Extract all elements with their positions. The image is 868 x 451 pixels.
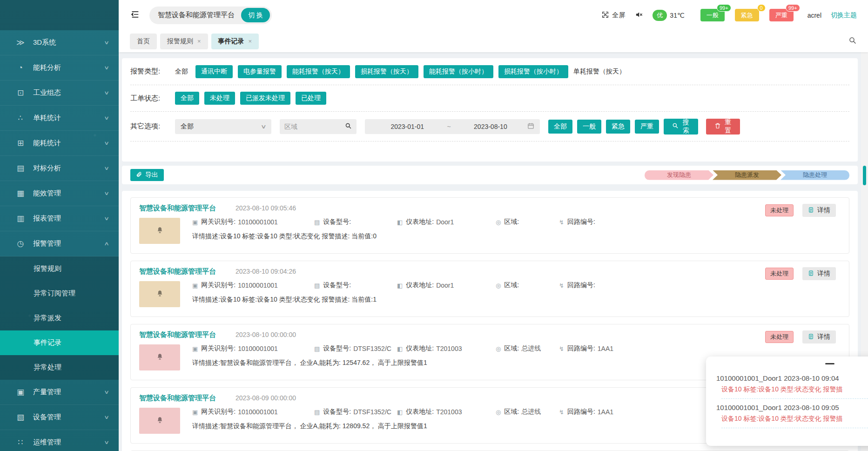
close-icon[interactable]: × (249, 38, 252, 45)
field-region: ◎区域:总进线 (496, 344, 559, 353)
region-input[interactable] (284, 123, 345, 130)
event-card: 智慧设备和能源管理平台 2023-08-10 09:05:46 ▣网关识别号:1… (130, 197, 849, 254)
status-dispatched-button[interactable]: 已派发未处理 (240, 92, 290, 105)
sidebar-subitem-exception-dispatch[interactable]: 异常派发 (0, 306, 119, 330)
date-start[interactable]: 2023-01-01 (370, 123, 444, 130)
sidebar-item-energy-analysis[interactable]: ◔ 能耗分析 ∨ (0, 55, 119, 81)
level-urgent-button[interactable]: 紧急 (606, 120, 630, 134)
date-end[interactable]: 2023-08-10 (454, 123, 527, 130)
sidebar-item-label: 报表管理 (33, 214, 61, 223)
notification-description: 设备10 标签:设备10 类型:状态变化 报警描 (716, 415, 868, 423)
tab-event-records[interactable]: 事件记录 × (211, 34, 259, 49)
alarm-type-unit-daily[interactable]: 单耗报警（按天） (573, 67, 626, 76)
minimize-button[interactable] (825, 363, 834, 364)
status-unhandled-button[interactable]: 未处理 (204, 92, 235, 105)
event-title[interactable]: 智慧设备和能源管理平台 (139, 204, 216, 213)
status-handled-button[interactable]: 已处理 (296, 92, 326, 105)
search-icon[interactable] (345, 122, 352, 131)
sidebar-item-benchmark-analysis[interactable]: ▤ 对标分析 ∨ (0, 156, 119, 181)
notification-title[interactable]: 10100001001_Door1 2023-08-10 09:05 (716, 404, 868, 411)
event-card: 智慧设备和能源管理平台 2023-08-10 09:04:26 ▣网关识别号:1… (130, 261, 849, 317)
tab-home[interactable]: 首页 (130, 34, 157, 49)
urgent-alarm-button[interactable]: 紧急 (735, 9, 759, 21)
meter-icon: ◧ (397, 345, 403, 352)
chevron-down-icon: ∨ (104, 389, 109, 395)
sidebar-item-energy-statistics[interactable]: ⊞ 能耗统计 ∨ (0, 131, 119, 156)
export-button[interactable]: 导出 (130, 169, 164, 181)
search-button[interactable]: 搜索 (664, 119, 698, 135)
level-general-button[interactable]: 一般 (577, 120, 601, 134)
collapse-sidebar-button[interactable] (130, 10, 140, 20)
filter-panel: 报警类型: 全部 通讯中断 电参量报警 能耗报警（按天） 损耗报警（按天） 能耗… (122, 58, 858, 162)
tab-search-button[interactable] (848, 36, 857, 47)
tab-alarm-rules[interactable]: 报警规则 × (160, 34, 208, 49)
status-badge: 未处理 (765, 268, 794, 280)
chevron-down-icon: ∨ (104, 40, 109, 46)
sidebar-item-report-management[interactable]: ▥ 报表管理 ∨ (0, 206, 119, 231)
scope-select[interactable]: 全部 ∨ (175, 119, 271, 134)
detail-button[interactable]: 详情 (802, 330, 836, 343)
level-severe-button[interactable]: 严重 (635, 120, 659, 134)
field-meter-address: ◧仪表地址:T201003 (397, 408, 496, 416)
search-icon (848, 36, 857, 47)
chevron-down-icon: ∨ (104, 90, 109, 96)
hamburger-icon (130, 10, 140, 20)
chevron-down-icon: ∨ (104, 115, 109, 121)
circuit-icon: ↯ (559, 219, 564, 226)
weather-widget: 优 31℃ (653, 10, 684, 21)
tab-label: 报警规则 (167, 37, 193, 46)
alarm-type-energy-daily[interactable]: 能耗报警（按天） (287, 65, 350, 78)
location-icon: ◎ (496, 409, 501, 416)
layers-icon: ▤ (15, 163, 26, 173)
alarm-type-loss-daily[interactable]: 损耗报警（按天） (355, 65, 418, 78)
meter-icon: ⊞ (15, 138, 26, 148)
theme-switch-link[interactable]: 切换主题 (831, 11, 857, 20)
alarm-type-energy-hourly[interactable]: 能耗报警（按小时） (424, 65, 493, 78)
sidebar-nav: ≫ 3D系统 ∨ ◔ 能耗分析 ∨ ⊡ 工业组态 ∨ ∴ 单耗统计 ∨ ⊞ 能耗… (0, 30, 119, 451)
field-region: ◎区域:总进线 (496, 408, 559, 416)
tab-label: 首页 (137, 37, 150, 46)
level-all-button[interactable]: 全部 (548, 120, 572, 134)
reset-button[interactable]: 重置 (706, 119, 740, 135)
notification-item: 10100001001_Door1 2023-08-10 09:04 设备10 … (716, 374, 868, 404)
scrollbar-thumb[interactable] (863, 166, 866, 185)
field-device-model: ▤设备型号: (314, 281, 397, 289)
event-title[interactable]: 智慧设备和能源管理平台 (139, 330, 216, 339)
location-icon: ◎ (496, 282, 501, 289)
fullscreen-label: 全屏 (612, 11, 625, 20)
top-header: 智慧设备和能源管理平台 切 换 全屏 优 31℃ 一般 99+ 紧急 0 (119, 0, 868, 30)
alarm-type-comm-interrupt[interactable]: 通讯中断 (195, 65, 233, 78)
status-all-button[interactable]: 全部 (175, 92, 199, 105)
sidebar-item-industrial-hmi[interactable]: ⊡ 工业组态 ∨ (0, 81, 119, 106)
fullscreen-button[interactable]: 全屏 (601, 11, 625, 20)
alarm-type-all[interactable]: 全部 (175, 67, 188, 76)
sidebar-item-alarm-management[interactable]: ◷ 报警管理 ∧ (0, 231, 119, 256)
close-icon[interactable]: × (197, 38, 201, 45)
notification-title[interactable]: 10100001001_Door1 2023-08-10 09:04 (716, 374, 868, 382)
detail-button[interactable]: 详情 (802, 204, 836, 217)
sidebar-subitem-exception-handling[interactable]: 异常处理 (0, 355, 119, 380)
switch-platform-button[interactable]: 切 换 (241, 8, 270, 22)
event-title[interactable]: 智慧设备和能源管理平台 (139, 394, 216, 403)
sidebar-item-ops-management[interactable]: ∷ 运维管理 ∨ (0, 430, 119, 451)
event-title[interactable]: 智慧设备和能源管理平台 (139, 267, 216, 276)
mute-button[interactable] (634, 11, 643, 20)
detail-button[interactable]: 详情 (802, 267, 836, 280)
calendar-icon (527, 122, 534, 131)
temperature: 31℃ (670, 12, 684, 19)
sidebar-subitem-event-records[interactable]: 事件记录 (0, 330, 119, 355)
alarm-type-electric-param[interactable]: 电参量报警 (238, 65, 282, 78)
sidebar-item-3d-system[interactable]: ≫ 3D系统 ∨ (0, 30, 119, 55)
tab-bar: 首页 报警规则 × 事件记录 × (119, 30, 868, 52)
circuit-icon: ↯ (559, 345, 564, 352)
sidebar-subitem-alarm-rules[interactable]: 报警规则 (0, 256, 119, 281)
sidebar-item-efficiency-management[interactable]: ▦ 能效管理 ∨ (0, 181, 119, 206)
date-range-picker[interactable]: 2023-01-01 ~ 2023-08-10 (365, 119, 540, 134)
field-device-model: ▤设备型号: (314, 218, 397, 226)
sidebar-item-production-management[interactable]: ▣ 产量管理 ∨ (0, 380, 119, 405)
alarm-type-loss-hourly[interactable]: 损耗报警（按小时） (498, 65, 568, 78)
sidebar-subitem-exception-subscription[interactable]: 异常订阅管理 (0, 281, 119, 306)
field-gateway-id: ▣网关识别号:10100001001 (192, 281, 314, 289)
sidebar-item-device-management[interactable]: ▧ 设备管理 ∨ (0, 405, 119, 430)
sidebar-item-unit-consumption[interactable]: ∴ 单耗统计 ∨ (0, 106, 119, 131)
